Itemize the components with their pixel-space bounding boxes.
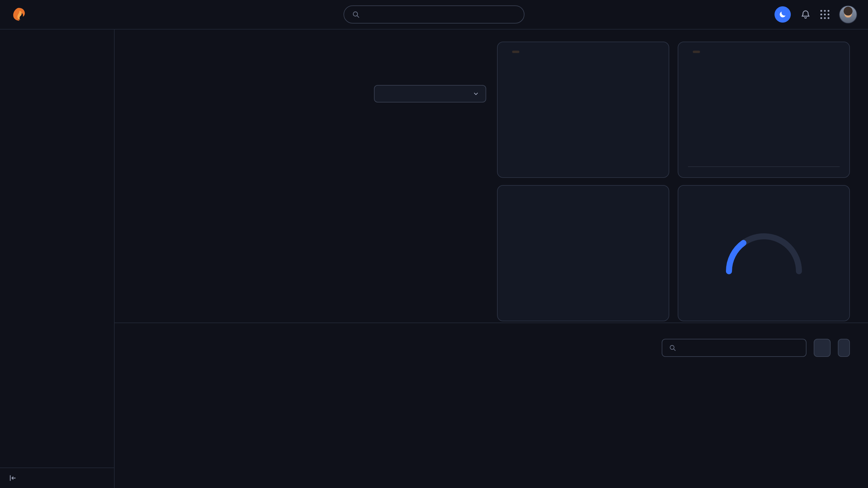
total-sells-chart [133, 115, 486, 247]
reviews-search[interactable] [662, 339, 806, 357]
new-customers-card [678, 42, 850, 178]
trend-badge [512, 51, 519, 53]
collapsed-view-toggle[interactable] [0, 467, 114, 488]
paying-gauge-chart [719, 225, 809, 276]
orders-bar-chart [535, 85, 631, 134]
phoenix-logo-icon [11, 7, 27, 22]
latest-reviews-section [115, 323, 868, 357]
more-options-button[interactable] [838, 339, 850, 357]
trend-badge [693, 51, 700, 53]
paying-card [678, 185, 850, 321]
user-avatar[interactable] [839, 5, 857, 24]
top-navbar [0, 0, 868, 30]
chevron-down-icon [472, 90, 479, 97]
new-customers-x-axis [688, 166, 840, 171]
theme-toggle-button[interactable] [775, 6, 791, 23]
global-search[interactable] [343, 5, 525, 24]
top-coupons-card [497, 185, 669, 321]
brand-logo[interactable] [11, 7, 31, 22]
apps-grid-icon[interactable] [820, 10, 829, 19]
global-search-input[interactable] [365, 10, 516, 19]
moon-icon [778, 10, 787, 19]
main-content [115, 30, 868, 488]
collapse-icon [8, 474, 17, 482]
coupons-donut-chart [554, 224, 612, 282]
date-range-select[interactable] [374, 85, 486, 102]
search-icon [669, 344, 676, 352]
sidebar [0, 30, 115, 488]
search-icon [352, 10, 360, 19]
reviews-search-input[interactable] [681, 343, 799, 353]
notifications-bell-icon[interactable] [801, 9, 811, 20]
all-products-button[interactable] [814, 339, 831, 357]
new-customers-chart [688, 88, 840, 148]
total-orders-card [497, 42, 669, 178]
navbar-actions [775, 5, 857, 24]
